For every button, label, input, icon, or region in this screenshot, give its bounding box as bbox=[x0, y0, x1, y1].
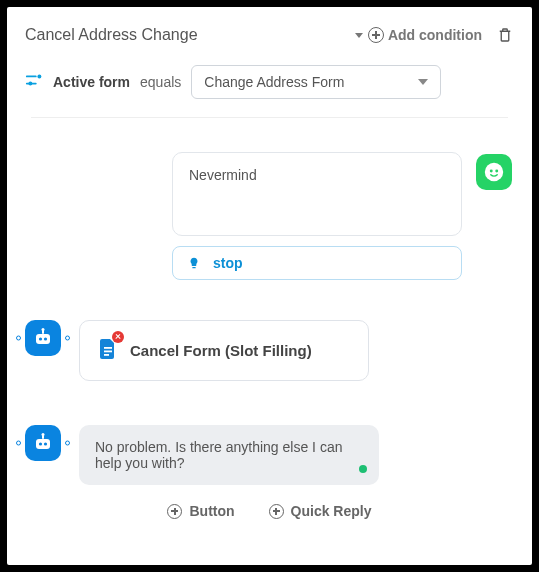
trash-icon bbox=[496, 25, 514, 45]
divider bbox=[31, 117, 508, 118]
plus-circle-icon bbox=[167, 504, 182, 519]
svg-point-7 bbox=[44, 337, 47, 340]
story-panel: Cancel Address Change Add condition Acti… bbox=[7, 7, 532, 565]
connector-right[interactable] bbox=[65, 441, 70, 446]
condition-icon bbox=[25, 72, 43, 92]
connector-left[interactable] bbox=[16, 336, 21, 341]
svg-rect-13 bbox=[36, 439, 50, 449]
plus-circle-icon bbox=[269, 504, 284, 519]
bot-icon bbox=[31, 326, 55, 350]
bot-action-label: Cancel Form (Slot Filling) bbox=[130, 342, 312, 359]
condition-field-label: Active form bbox=[53, 74, 130, 90]
svg-point-9 bbox=[42, 328, 45, 331]
condition-operator: equals bbox=[140, 74, 181, 90]
connector-right[interactable] bbox=[65, 336, 70, 341]
header-actions: Add condition bbox=[355, 25, 514, 45]
add-quick-reply-action[interactable]: Quick Reply bbox=[269, 503, 372, 519]
add-condition-label: Add condition bbox=[388, 27, 482, 43]
plus-circle-icon bbox=[368, 27, 384, 43]
svg-point-4 bbox=[495, 170, 498, 173]
cancel-badge-icon bbox=[112, 331, 124, 343]
bot-reply-row: No problem. Is there anything else I can… bbox=[25, 425, 514, 485]
add-condition-button[interactable]: Add condition bbox=[355, 27, 482, 43]
caret-down-icon bbox=[355, 33, 363, 38]
chevron-down-icon bbox=[418, 79, 428, 85]
svg-point-2 bbox=[485, 163, 503, 181]
intent-pill[interactable]: stop bbox=[172, 246, 462, 280]
panel-title: Cancel Address Change bbox=[25, 26, 198, 44]
svg-point-1 bbox=[28, 82, 32, 86]
bot-reply-bubble[interactable]: No problem. Is there anything else I can… bbox=[79, 425, 379, 485]
user-avatar bbox=[476, 154, 512, 190]
bot-action-row: Cancel Form (Slot Filling) bbox=[25, 320, 514, 381]
add-button-action[interactable]: Button bbox=[167, 503, 234, 519]
bot-reply-text: No problem. Is there anything else I can… bbox=[95, 439, 342, 471]
user-bot-face-icon bbox=[483, 161, 505, 183]
condition-value-select[interactable]: Change Address Form bbox=[191, 65, 441, 99]
user-message-bubble[interactable]: Nevermind bbox=[172, 152, 462, 236]
user-messages: Nevermind stop bbox=[172, 152, 462, 280]
svg-point-0 bbox=[37, 74, 41, 78]
connector-left[interactable] bbox=[16, 441, 21, 446]
svg-point-6 bbox=[39, 337, 42, 340]
condition-value-text: Change Address Form bbox=[204, 74, 344, 90]
document-icon bbox=[98, 337, 118, 364]
status-indicator bbox=[359, 465, 367, 473]
bot-avatar[interactable] bbox=[25, 320, 61, 356]
user-turn: Nevermind stop bbox=[25, 152, 514, 280]
intent-label: stop bbox=[213, 255, 243, 271]
svg-rect-10 bbox=[104, 347, 112, 349]
delete-button[interactable] bbox=[496, 25, 514, 45]
panel-header: Cancel Address Change Add condition bbox=[25, 25, 514, 45]
bot-avatar[interactable] bbox=[25, 425, 61, 461]
svg-rect-12 bbox=[104, 354, 109, 356]
svg-point-14 bbox=[39, 442, 42, 445]
bot-action-card[interactable]: Cancel Form (Slot Filling) bbox=[79, 320, 369, 381]
svg-rect-11 bbox=[104, 351, 112, 353]
svg-rect-5 bbox=[36, 334, 50, 344]
user-message-text: Nevermind bbox=[189, 167, 257, 183]
add-button-label: Button bbox=[189, 503, 234, 519]
footer-actions: Button Quick Reply bbox=[25, 503, 514, 519]
lightbulb-icon bbox=[187, 256, 201, 270]
svg-point-15 bbox=[44, 442, 47, 445]
condition-row: Active form equals Change Address Form bbox=[25, 65, 514, 99]
svg-point-17 bbox=[42, 433, 45, 436]
svg-point-3 bbox=[490, 170, 493, 173]
bot-icon bbox=[31, 431, 55, 455]
add-quick-reply-label: Quick Reply bbox=[291, 503, 372, 519]
